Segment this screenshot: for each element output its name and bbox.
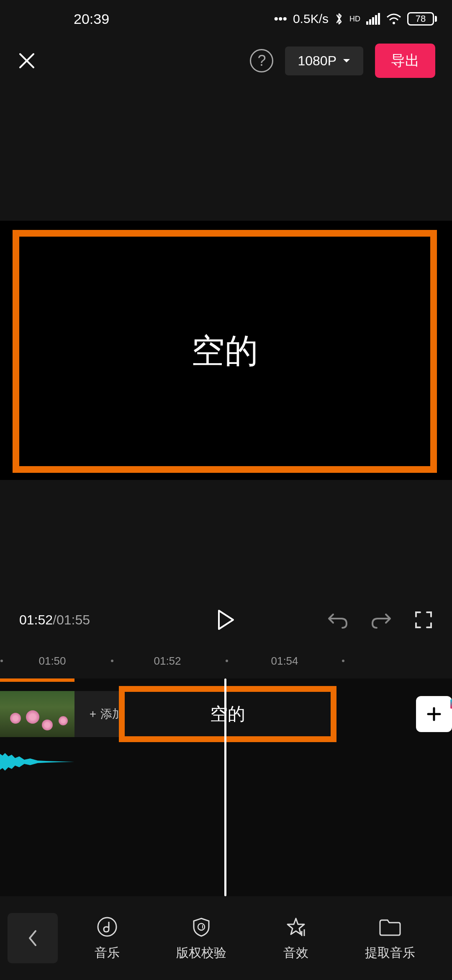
empty-segment-label: 空的 bbox=[210, 702, 245, 726]
resolution-select[interactable]: 1080P bbox=[285, 46, 363, 75]
tool-copyright[interactable]: 版权校验 bbox=[176, 915, 226, 962]
net-dots: ••• bbox=[274, 12, 287, 26]
close-button[interactable] bbox=[17, 51, 37, 71]
empty-segment[interactable]: 空的 bbox=[119, 686, 336, 742]
tool-label: 版权校验 bbox=[176, 944, 226, 962]
tool-label: 音乐 bbox=[95, 944, 120, 962]
hd-label: HD bbox=[349, 15, 360, 23]
chevron-down-icon bbox=[342, 58, 351, 63]
tool-label: 提取音乐 bbox=[365, 944, 415, 962]
ruler-tick: 01:50 bbox=[39, 655, 66, 668]
preview-viewport[interactable]: 空的 bbox=[13, 230, 437, 473]
status-indicators: ••• 0.5K/s HD 78 bbox=[274, 12, 437, 26]
timeline-area[interactable]: + 添加片尾 空的 bbox=[0, 678, 452, 896]
playback-controls: 01:52/01:55 bbox=[0, 602, 452, 637]
tool-music[interactable]: 音乐 bbox=[95, 915, 120, 962]
svg-point-7 bbox=[198, 923, 205, 930]
audio-track-waveform[interactable] bbox=[0, 752, 74, 771]
ruler-tick: 01:52 bbox=[154, 655, 181, 668]
resolution-value: 1080P bbox=[298, 53, 336, 69]
video-clip-thumbnail[interactable] bbox=[0, 691, 74, 737]
export-button[interactable]: 导出 bbox=[375, 44, 435, 78]
music-note-icon bbox=[95, 915, 119, 939]
svg-point-5 bbox=[393, 22, 395, 24]
tool-sound-effect[interactable]: 音效 bbox=[283, 915, 308, 962]
svg-rect-0 bbox=[366, 21, 368, 25]
svg-rect-4 bbox=[378, 13, 380, 25]
status-bar: 20:39 ••• 0.5K/s HD 78 bbox=[0, 0, 452, 38]
ruler-tick: 01:54 bbox=[271, 655, 298, 668]
svg-rect-2 bbox=[372, 17, 374, 25]
svg-rect-1 bbox=[369, 19, 371, 25]
clip-range-bar bbox=[0, 678, 74, 682]
battery-percent: 78 bbox=[416, 13, 426, 24]
tool-label: 音效 bbox=[283, 944, 308, 962]
help-button[interactable]: ? bbox=[250, 49, 273, 72]
preview-empty-label: 空的 bbox=[191, 329, 258, 374]
time-display: 01:52/01:55 bbox=[19, 612, 90, 628]
time-total: 01:55 bbox=[56, 612, 90, 627]
bottom-toolbar: 音乐 版权校验 音效 提取音乐 bbox=[0, 896, 452, 980]
net-speed: 0.5K/s bbox=[293, 12, 329, 26]
signal-icon bbox=[366, 13, 380, 25]
shield-icon bbox=[190, 915, 213, 939]
play-button[interactable] bbox=[216, 609, 236, 631]
playhead[interactable] bbox=[224, 678, 226, 896]
svg-rect-3 bbox=[375, 15, 377, 25]
plus-icon: + bbox=[90, 707, 96, 721]
tool-extract-music[interactable]: 提取音乐 bbox=[365, 915, 415, 962]
time-current: 01:52 bbox=[19, 612, 53, 627]
top-bar: ? 1080P 导出 bbox=[0, 38, 452, 84]
redo-button[interactable] bbox=[371, 611, 392, 629]
folder-icon bbox=[378, 915, 402, 939]
export-label: 导出 bbox=[391, 52, 419, 68]
undo-button[interactable] bbox=[327, 611, 348, 629]
bluetooth-icon bbox=[334, 12, 344, 26]
status-time: 20:39 bbox=[74, 11, 109, 27]
timeline-ruler[interactable]: 01:50 01:52 01:54 bbox=[0, 651, 452, 671]
add-clip-button[interactable] bbox=[416, 696, 452, 732]
wifi-icon bbox=[386, 13, 401, 25]
star-icon bbox=[284, 915, 308, 939]
fullscreen-button[interactable] bbox=[414, 611, 433, 629]
battery-icon: 78 bbox=[407, 12, 437, 26]
back-button[interactable] bbox=[8, 913, 58, 963]
